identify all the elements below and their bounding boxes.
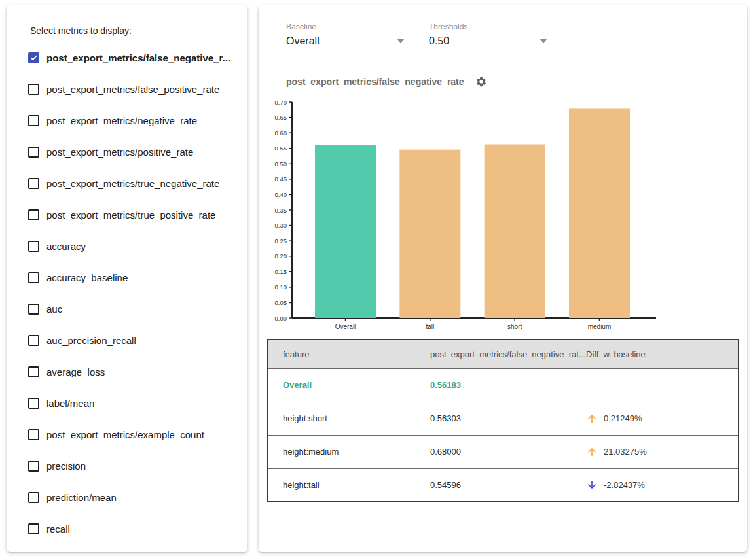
metric-list-item[interactable]: auc bbox=[28, 293, 242, 324]
table-row[interactable]: height:tall0.54596-2.82437% bbox=[268, 468, 739, 502]
diff-value: -2.82437% bbox=[604, 480, 645, 490]
baseline-select-value: Overall bbox=[286, 35, 320, 47]
metric-label: prediction/mean bbox=[46, 492, 117, 503]
chart-header: post_export_metrics/false_negative_rate bbox=[286, 76, 487, 88]
diff-cell: -2.82437% bbox=[581, 468, 739, 502]
metric-label: recall bbox=[46, 523, 70, 534]
bar-short[interactable] bbox=[485, 145, 545, 318]
checkbox-unchecked-icon[interactable] bbox=[28, 523, 39, 534]
y-axis-label: 0.35 bbox=[275, 207, 287, 214]
checkbox-unchecked-icon[interactable] bbox=[28, 178, 39, 189]
checkbox-unchecked-icon[interactable] bbox=[28, 115, 39, 126]
checkbox-unchecked-icon[interactable] bbox=[28, 335, 39, 346]
metric-list-item[interactable]: post_export_metrics/true_positive_rate bbox=[28, 199, 242, 230]
y-axis-label: 0.50 bbox=[275, 160, 287, 167]
metric-list-item[interactable]: post_export_metrics/negative_rate bbox=[28, 105, 242, 136]
metric-label: auc_precision_recall bbox=[46, 335, 136, 346]
y-axis-label: 0.55 bbox=[275, 145, 287, 152]
metrics-table: feature post_export_metrics/false_negati… bbox=[267, 339, 739, 502]
y-axis-label: 0.25 bbox=[275, 237, 287, 245]
table-row[interactable]: height:medium0.6800021.03275% bbox=[268, 435, 739, 468]
checkbox-unchecked-icon[interactable] bbox=[28, 147, 39, 158]
col-header-feature: feature bbox=[268, 340, 417, 368]
chevron-down-icon[interactable] bbox=[397, 39, 404, 43]
x-axis-label: Overall bbox=[335, 323, 356, 330]
metric-label: precision bbox=[46, 461, 86, 472]
y-axis-label: 0.30 bbox=[275, 222, 287, 229]
metric-list-item[interactable]: label/mean bbox=[28, 387, 242, 419]
metric-label: post_export_metrics/negative_rate bbox=[46, 115, 197, 126]
checkbox-unchecked-icon[interactable] bbox=[28, 241, 39, 252]
metric-label: accuracy_baseline bbox=[46, 272, 128, 283]
x-axis-label: tall bbox=[426, 323, 434, 330]
checkbox-checked-icon[interactable] bbox=[28, 52, 39, 63]
diff-cell bbox=[581, 368, 739, 402]
feature-cell: height:tall bbox=[268, 468, 417, 502]
checkbox-unchecked-icon[interactable] bbox=[28, 429, 39, 440]
y-axis-label: 0.45 bbox=[275, 175, 287, 183]
arrow-up-icon bbox=[586, 413, 598, 425]
metric-label: post_export_metrics/example_count bbox=[46, 429, 204, 440]
metric-list-item[interactable]: post_export_metrics/false_positive_rate bbox=[28, 73, 242, 105]
checkbox-unchecked-icon[interactable] bbox=[28, 209, 39, 220]
metric-list: post_export_metrics/false_negative_r...p… bbox=[28, 42, 242, 544]
y-axis-label: 0.20 bbox=[275, 253, 287, 260]
metric-list-item[interactable]: accuracy_baseline bbox=[28, 262, 242, 293]
metric-list-item[interactable]: prediction/mean bbox=[28, 481, 242, 513]
metric-value-cell: 0.56183 bbox=[417, 368, 581, 402]
baseline-select[interactable]: Baseline Overall bbox=[286, 22, 411, 52]
metric-label: post_export_metrics/false_negative_r... bbox=[46, 52, 230, 63]
metric-list-item[interactable]: precision bbox=[28, 450, 242, 481]
checkbox-unchecked-icon[interactable] bbox=[28, 366, 39, 377]
checkbox-unchecked-icon[interactable] bbox=[28, 84, 39, 95]
y-axis-label: 0.40 bbox=[275, 191, 287, 198]
metric-label: post_export_metrics/false_positive_rate bbox=[46, 84, 219, 95]
metric-value-cell: 0.56303 bbox=[417, 402, 581, 435]
table-row[interactable]: height:short0.563030.21249% bbox=[268, 402, 739, 435]
metric-list-item[interactable]: accuracy bbox=[28, 230, 242, 262]
bar-medium[interactable] bbox=[569, 108, 630, 318]
bar-Overall[interactable] bbox=[315, 145, 376, 318]
checkbox-unchecked-icon[interactable] bbox=[28, 304, 39, 315]
arrow-up-icon bbox=[586, 446, 598, 458]
gear-icon[interactable] bbox=[475, 76, 487, 88]
metric-label: post_export_metrics/positive_rate bbox=[46, 147, 193, 158]
metric-list-item[interactable]: post_export_metrics/example_count bbox=[28, 419, 242, 450]
metric-list-item[interactable]: post_export_metrics/false_negative_r... bbox=[28, 42, 242, 73]
chevron-down-icon[interactable] bbox=[540, 39, 547, 43]
y-axis-label: 0.15 bbox=[275, 268, 287, 275]
metric-label: post_export_metrics/true_negative_rate bbox=[46, 178, 219, 189]
y-axis-label: 0.70 bbox=[275, 99, 287, 106]
metric-list-item[interactable]: post_export_metrics/true_negative_rate bbox=[28, 167, 242, 199]
chart-title: post_export_metrics/false_negative_rate bbox=[286, 77, 464, 87]
checkbox-unchecked-icon[interactable] bbox=[28, 461, 39, 472]
metric-label: accuracy bbox=[46, 241, 86, 252]
metric-list-item[interactable]: average_loss bbox=[28, 356, 242, 387]
col-header-metric: post_export_metrics/false_negative_rat..… bbox=[417, 340, 581, 368]
y-axis-label: 0.05 bbox=[275, 299, 287, 306]
metric-label: label/mean bbox=[46, 398, 94, 409]
table-row[interactable]: Overall0.56183 bbox=[268, 368, 739, 402]
thresholds-select-label: Thresholds bbox=[429, 22, 553, 31]
metric-list-item[interactable]: auc_precision_recall bbox=[28, 324, 242, 356]
thresholds-select[interactable]: Thresholds 0.50 bbox=[429, 22, 553, 52]
metric-value-cell: 0.68000 bbox=[417, 435, 581, 468]
metric-list-item[interactable]: recall bbox=[28, 513, 242, 544]
feature-cell: Overall bbox=[268, 368, 417, 402]
checkbox-unchecked-icon[interactable] bbox=[28, 398, 39, 409]
checkbox-unchecked-icon[interactable] bbox=[28, 272, 39, 283]
metric-label: post_export_metrics/true_positive_rate bbox=[46, 209, 215, 220]
x-axis-label: medium bbox=[588, 323, 612, 330]
checkbox-unchecked-icon[interactable] bbox=[28, 492, 39, 503]
x-axis-label: short bbox=[507, 323, 522, 330]
metric-value-cell: 0.54596 bbox=[417, 468, 581, 502]
controls-row: Baseline Overall Thresholds 0.50 bbox=[286, 22, 553, 52]
col-header-diff: Diff. w. baseline bbox=[581, 340, 739, 368]
bar-tall[interactable] bbox=[399, 150, 460, 318]
y-axis-label: 0.60 bbox=[275, 130, 287, 137]
arrow-down-icon bbox=[586, 479, 598, 491]
diff-value: 0.21249% bbox=[604, 413, 642, 423]
metrics-display-panel: Baseline Overall Thresholds 0.50 post_ex… bbox=[259, 5, 747, 552]
metric-list-item[interactable]: post_export_metrics/positive_rate bbox=[28, 136, 242, 167]
diff-cell: 21.03275% bbox=[581, 435, 739, 468]
